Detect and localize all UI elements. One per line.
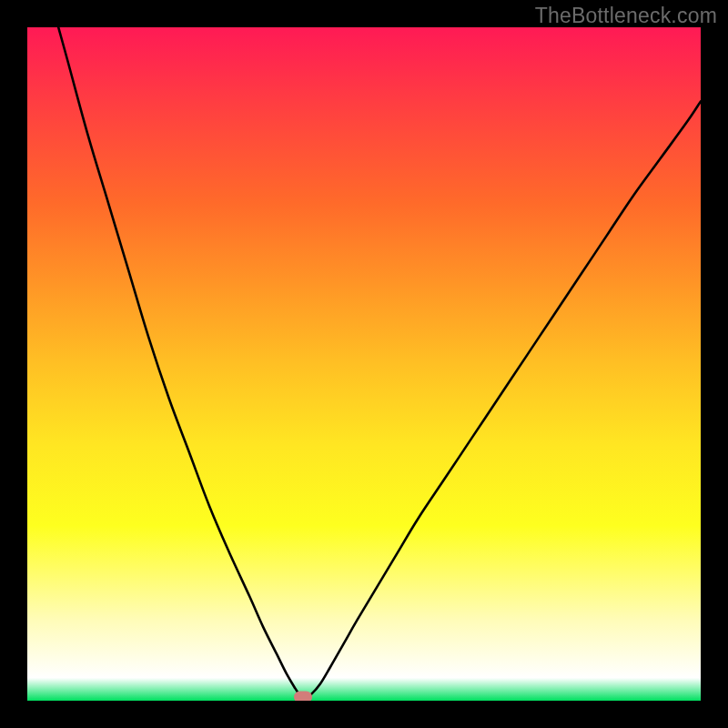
chart-frame: TheBottleneck.com (0, 0, 728, 728)
optimal-point-marker (294, 692, 312, 701)
curve-right-branch (303, 101, 701, 699)
curve-left-branch (27, 27, 303, 700)
bottleneck-curve (27, 27, 701, 701)
watermark-label: TheBottleneck.com (535, 4, 717, 28)
plot-area (27, 27, 701, 701)
